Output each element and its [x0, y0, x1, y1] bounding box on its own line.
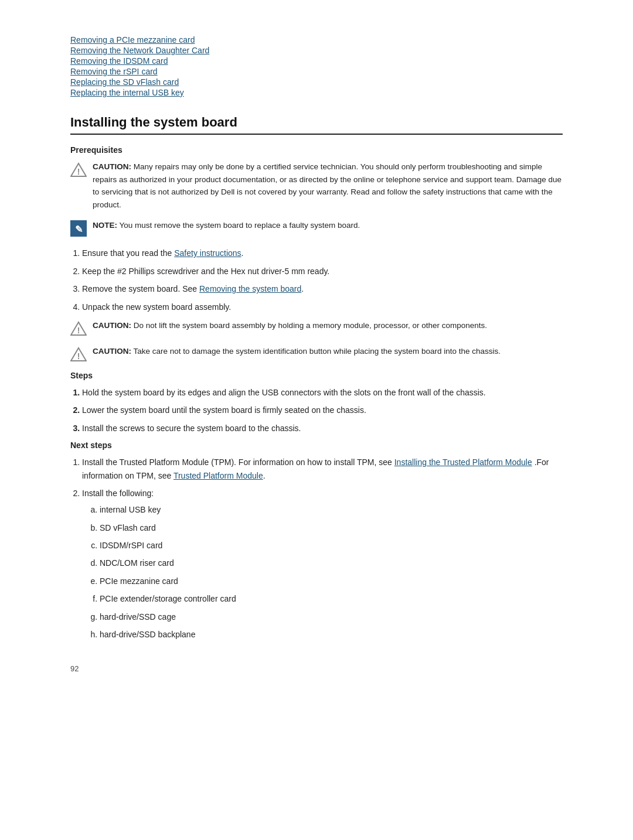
removing-system-board-link[interactable]: Removing the system board — [199, 284, 301, 293]
caution-3: ! CAUTION: Take care not to damage the s… — [70, 345, 563, 363]
svg-text:!: ! — [77, 326, 80, 335]
toc-link-2[interactable]: Removing the Network Daughter Card — [70, 46, 563, 55]
prereq-item-4: Unpack the new system board assembly. — [82, 301, 563, 313]
install-item-e: PCIe mezzanine card — [100, 575, 563, 588]
caution-3-text: CAUTION: Take care not to damage the sys… — [93, 345, 501, 358]
safety-instructions-link[interactable]: Safety instructions — [174, 248, 241, 258]
note-1-text: NOTE: You must remove the system board t… — [93, 219, 360, 232]
prereq-list: Ensure that you read the Safety instruct… — [82, 247, 563, 313]
prereq-item-3: Remove the system board. See Removing th… — [82, 282, 563, 295]
next-steps-list: Install the Trusted Platform Module (TPM… — [82, 456, 563, 641]
toc-link-1[interactable]: Removing a PCIe mezzanine card — [70, 35, 563, 45]
caution-1-text: CAUTION: Many repairs may only be done b… — [93, 161, 563, 211]
steps-label: Steps — [70, 371, 563, 380]
page-number: 92 — [70, 664, 563, 673]
caution-icon-3: ! — [70, 346, 87, 363]
install-item-a: internal USB key — [100, 503, 563, 516]
step-1: Hold the system board by its edges and a… — [82, 386, 563, 399]
caution-icon-1: ! — [70, 162, 87, 178]
caution-icon-2: ! — [70, 320, 87, 337]
install-item-g: hard-drive/SSD cage — [100, 610, 563, 623]
svg-text:!: ! — [77, 167, 80, 176]
install-item-h: hard-drive/SSD backplane — [100, 628, 563, 641]
next-step-1: Install the Trusted Platform Module (TPM… — [82, 456, 563, 482]
steps-list: Hold the system board by its edges and a… — [82, 386, 563, 435]
prerequisites-label: Prerequisites — [70, 145, 563, 155]
page-heading: Installing the system board — [70, 115, 563, 135]
installing-tpm-link[interactable]: Installing the Trusted Platform Module — [394, 457, 532, 467]
caution-2-text: CAUTION: Do not lift the system board as… — [93, 319, 487, 332]
svg-text:✎: ✎ — [75, 224, 83, 234]
step-2: Lower the system board until the system … — [82, 404, 563, 416]
next-steps-label: Next steps — [70, 441, 563, 450]
install-item-f: PCIe extender/storage controller card — [100, 592, 563, 605]
toc-link-4[interactable]: Removing the rSPI card — [70, 67, 563, 76]
prereq-item-2: Keep the #2 Phillips screwdriver and the… — [82, 265, 563, 278]
prereq-item-1: Ensure that you read the Safety instruct… — [82, 247, 563, 259]
install-item-c: IDSDM/rSPI card — [100, 539, 563, 552]
install-items-list: internal USB key SD vFlash card IDSDM/rS… — [100, 503, 563, 641]
toc-link-6[interactable]: Replacing the internal USB key — [70, 88, 563, 97]
step-3: Install the screws to secure the system … — [82, 422, 563, 435]
install-item-d: NDC/LOM riser card — [100, 556, 563, 569]
next-step-2: Install the following: internal USB key … — [82, 487, 563, 641]
note-1: ✎ NOTE: You must remove the system board… — [70, 219, 563, 238]
note-icon-1: ✎ — [70, 220, 87, 238]
install-item-b: SD vFlash card — [100, 521, 563, 534]
tpm-link[interactable]: Trusted Platform Module — [173, 471, 263, 480]
caution-2: ! CAUTION: Do not lift the system board … — [70, 319, 563, 337]
caution-1: ! CAUTION: Many repairs may only be done… — [70, 161, 563, 211]
toc-links: Removing a PCIe mezzanine card Removing … — [70, 35, 563, 97]
toc-link-5[interactable]: Replacing the SD vFlash card — [70, 77, 563, 87]
svg-text:!: ! — [77, 351, 80, 361]
toc-link-3[interactable]: Removing the IDSDM card — [70, 56, 563, 66]
